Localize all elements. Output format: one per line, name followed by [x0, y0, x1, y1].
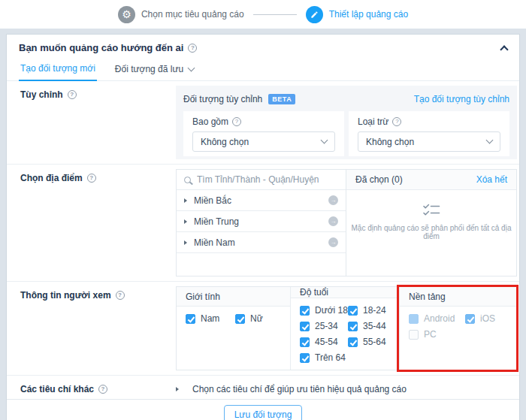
section-label-text: Thông tin người xem [20, 290, 111, 301]
help-icon[interactable] [188, 44, 197, 53]
tab-new-audience[interactable]: Tạo đối tượng mới [19, 59, 97, 81]
criteria-hint-text: Chọn các tiêu chí để giúp ưu tiên hiệu q… [192, 384, 407, 394]
save-audience-button[interactable]: Lưu đối tượng [224, 405, 303, 420]
clear-all-link[interactable]: Xóa hết [476, 174, 507, 185]
checkbox-label: iOS [480, 313, 495, 324]
selected-locations: Đã chọn (0) Xóa hết Mặc định quảng cáo s… [346, 170, 516, 276]
checkbox-age-35-44[interactable]: 35-44 [348, 321, 390, 331]
add-region-icon[interactable] [328, 237, 338, 247]
region-row-south[interactable]: Miền Nam [177, 232, 346, 253]
beta-badge: BETA [268, 94, 295, 104]
checkbox-checked-icon [300, 353, 310, 363]
checkbox-checked-icon [300, 337, 310, 347]
panel-title: Bạn muốn quảng cáo hướng đến ai [19, 42, 197, 53]
gender-column: Giới tính Nam Nữ [177, 287, 291, 370]
section-custom: Tùy chỉnh Đối tượng tùy chỉnh BETA Tạo đ… [7, 81, 519, 165]
checkbox-checked-disabled-icon [409, 314, 419, 324]
region-row-north[interactable]: Miền Bắc [177, 190, 346, 211]
stepper-connector [253, 14, 297, 15]
checkbox-label: Nữ [250, 313, 263, 324]
panel-title-text: Bạn muốn quảng cáo hướng đến ai [19, 42, 183, 53]
panel-footer: Lưu đối tượng [7, 399, 519, 420]
help-icon[interactable] [116, 291, 125, 300]
help-icon[interactable] [232, 117, 241, 126]
checkbox-gender-nam[interactable]: Nam [186, 313, 235, 324]
create-custom-audience-link[interactable]: Tạo đối tượng tùy chỉnh [414, 94, 509, 104]
step-choose-objective[interactable]: Chọn mục tiêu quảng cáo [118, 6, 244, 23]
step-label: Thiết lập quảng cáo [329, 9, 408, 20]
chevron-down-icon [486, 137, 494, 144]
section-other-criteria: Các tiêu chí khác Chọn các tiêu chí để g… [7, 376, 519, 399]
selected-count: Đã chọn (0) [355, 174, 403, 185]
section-label-text: Các tiêu chí khác [20, 384, 94, 394]
location-search-input[interactable] [197, 174, 338, 185]
section-label-text: Chọn địa điểm [20, 173, 83, 183]
checkbox-unchecked-icon [409, 330, 419, 340]
tab-label: Tạo đối tượng mới [20, 63, 95, 74]
location-list: Miền Bắc Miền Trung Miền Nam [177, 170, 346, 276]
location-picker: Miền Bắc Miền Trung Miền Nam [176, 169, 517, 276]
triangle-right-icon [184, 198, 187, 203]
chevron-down-icon [321, 137, 328, 144]
section-audience-info: Thông tin người xem Giới tính Nam Nữ [7, 282, 519, 376]
checkbox-age-over64[interactable]: Trên 64 [300, 352, 348, 363]
include-select[interactable]: Không chọn [192, 131, 335, 152]
help-icon[interactable] [98, 385, 107, 394]
region-name: Miền Nam [194, 237, 328, 248]
checkbox-checked-icon [300, 306, 310, 316]
include-label: Bao gồm [192, 116, 228, 127]
pencil-icon [306, 6, 323, 23]
add-region-icon[interactable] [328, 216, 338, 226]
triangle-right-icon [176, 387, 179, 391]
triangle-right-icon [184, 240, 187, 245]
checkbox-label: 45-54 [315, 337, 338, 347]
help-icon[interactable] [68, 90, 77, 99]
exclude-card: Loại trừ Không chọn [349, 111, 509, 156]
checkbox-age-25-34[interactable]: 25-34 [300, 321, 348, 331]
checkbox-checked-icon [348, 337, 358, 347]
region-name: Miền Trung [194, 216, 328, 227]
add-region-icon[interactable] [328, 195, 338, 205]
section-label-location: Chọn địa điểm [20, 169, 176, 276]
custom-audience-title: Đối tượng tùy chỉnh [183, 94, 262, 104]
checkbox-age-under18[interactable]: Dưới 18 [300, 305, 348, 316]
section-location: Chọn địa điểm Miền Bắc [7, 165, 519, 282]
tab-saved-audience[interactable]: Đối tượng đã lưu [113, 59, 195, 80]
step-setup-ad[interactable]: Thiết lập quảng cáo [306, 6, 408, 23]
location-search-row [177, 170, 346, 190]
age-header: Độ tuổi [291, 287, 399, 298]
checkbox-label: Trên 64 [315, 352, 346, 363]
checkbox-label: 55-64 [363, 337, 386, 347]
triangle-right-icon [184, 219, 187, 224]
stepper-bar: Chọn mục tiêu quảng cáo Thiết lập quảng … [0, 0, 526, 29]
checkbox-label: 35-44 [363, 321, 386, 331]
help-icon[interactable] [87, 174, 96, 183]
default-distribution-note: Mặc định quảng cáo sẽ phân phối đến tất … [346, 224, 516, 240]
collapse-chevron-up-icon[interactable] [500, 45, 508, 53]
exclude-select[interactable]: Không chọn [358, 131, 500, 152]
region-row-central[interactable]: Miền Trung [177, 211, 346, 232]
checkbox-label: 25-34 [315, 321, 338, 331]
checkbox-age-55-64[interactable]: 55-64 [348, 337, 390, 347]
checkbox-gender-nu[interactable]: Nữ [235, 313, 281, 324]
platform-column: Nền tảng Android iOS PC [400, 287, 516, 370]
checkbox-label: Dưới 18 [315, 305, 348, 316]
checkbox-label: Android [424, 313, 455, 324]
include-card: Bao gồm Không chọn [183, 111, 344, 156]
checkbox-checked-icon [348, 322, 358, 331]
audience-info-box: Giới tính Nam Nữ Độ tuổi [176, 286, 517, 370]
help-icon[interactable] [392, 117, 401, 126]
checkbox-age-18-24[interactable]: 18-24 [348, 305, 390, 316]
audience-tabs: Tạo đối tượng mới Đối tượng đã lưu [7, 59, 519, 81]
custom-audience-panel: Đối tượng tùy chỉnh BETA Tạo đối tượng t… [176, 86, 517, 159]
checkbox-label: PC [424, 329, 437, 340]
region-name: Miền Bắc [194, 195, 328, 206]
criteria-expander[interactable]: Chọn các tiêu chí để giúp ưu tiên hiệu q… [176, 380, 517, 394]
exclude-label: Loại trừ [358, 116, 388, 127]
checkbox-checked-icon [300, 322, 310, 331]
targeting-panel: Bạn muốn quảng cáo hướng đến ai Tạo đối … [6, 34, 520, 420]
checkbox-checked-icon [348, 306, 358, 316]
section-label-criteria: Các tiêu chí khác [20, 380, 176, 394]
checkbox-age-45-54[interactable]: 45-54 [300, 337, 348, 347]
exclude-select-value: Không chọn [366, 137, 414, 147]
